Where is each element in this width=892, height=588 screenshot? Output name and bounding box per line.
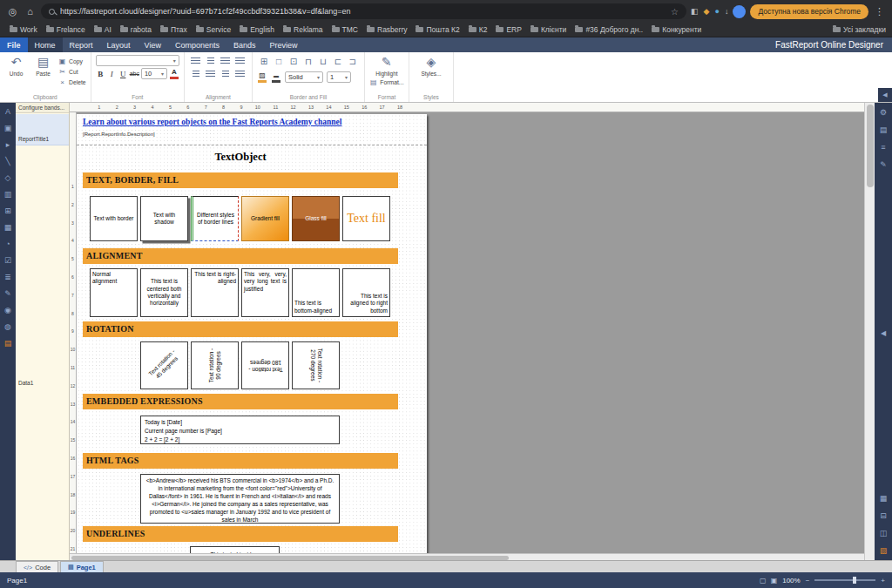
menu-report[interactable]: Report bbox=[63, 37, 100, 52]
pages-icon[interactable]: ◫ bbox=[880, 529, 888, 537]
align-right-button[interactable] bbox=[219, 55, 233, 67]
bookmark-star-icon[interactable]: ☆ bbox=[671, 7, 679, 17]
right-bottom-aligned-object[interactable]: This text is aligned to right bottom bbox=[342, 268, 390, 317]
home-icon[interactable]: ⌂ bbox=[24, 6, 37, 17]
menu-home[interactable]: Home bbox=[28, 37, 63, 52]
zoom-out-button[interactable]: − bbox=[806, 577, 810, 585]
strikethrough-button[interactable]: abc bbox=[130, 68, 139, 79]
signature-icon[interactable]: ✎ bbox=[4, 289, 11, 298]
bookmark-item[interactable]: К2 bbox=[465, 25, 491, 34]
expand-toolbox-icon[interactable]: ▸ bbox=[6, 140, 10, 149]
normal-alignment-object[interactable]: Normal alignment bbox=[90, 268, 138, 317]
section-banner-rotation[interactable]: ROTATION bbox=[83, 321, 398, 337]
bookmark-item[interactable]: Клієнти bbox=[527, 25, 570, 34]
horizontal-scroll-thumb[interactable] bbox=[71, 556, 509, 560]
menu-components[interactable]: Components bbox=[168, 37, 226, 52]
align-justify-button[interactable] bbox=[233, 55, 247, 67]
rotation-180-object[interactable]: Text rotation - 180 degrees bbox=[241, 341, 289, 389]
line-color-button[interactable]: ▬ bbox=[271, 72, 281, 83]
extension-icon-3[interactable]: ● bbox=[714, 5, 719, 17]
gradient-fill-object[interactable]: Gradient fill bbox=[241, 196, 289, 241]
menu-layout[interactable]: Layout bbox=[100, 37, 138, 52]
all-borders-icon[interactable]: ⊞ bbox=[257, 55, 271, 68]
bookmark-item[interactable]: Пошта К2 bbox=[412, 25, 463, 34]
bookmark-item[interactable]: #36 Доброго дн.. bbox=[571, 25, 646, 34]
line-style-select[interactable]: Solid▾ bbox=[285, 71, 323, 83]
extension-icon-2[interactable]: ◆ bbox=[704, 5, 710, 17]
right-border-icon[interactable]: ⊐ bbox=[346, 55, 360, 68]
section-banner-underlines[interactable]: UNDERLINES bbox=[83, 526, 398, 542]
dictionary-icon[interactable]: ▤ bbox=[880, 125, 888, 134]
section-banner-text-border-fill[interactable]: TEXT, BORDER, FILL bbox=[83, 172, 398, 188]
undo-button[interactable]: ↶ Undo bbox=[4, 55, 28, 77]
fill-color-button[interactable]: ▨ bbox=[257, 72, 267, 83]
messages-icon[interactable]: ▧ bbox=[880, 546, 888, 555]
address-bar[interactable]: https://fastreport.cloud/designer/?uuid=… bbox=[41, 3, 686, 19]
bookmark-item[interactable]: Конкуренти bbox=[648, 25, 705, 34]
gauge-icon[interactable]: ◉ bbox=[4, 306, 11, 314]
styles-button[interactable]: ◈ Styles... bbox=[416, 55, 447, 77]
text-with-shadow-object[interactable]: Text with shadow bbox=[140, 196, 188, 241]
table-icon[interactable]: ⊞ bbox=[4, 206, 11, 215]
profile-avatar[interactable] bbox=[733, 5, 746, 18]
font-family-select[interactable]: ▾ bbox=[96, 55, 179, 66]
band-label-data[interactable]: Data1 bbox=[18, 380, 33, 386]
bookmark-item[interactable]: AI bbox=[91, 25, 115, 34]
bookmark-item[interactable]: Work bbox=[6, 25, 41, 34]
bottom-aligned-object[interactable]: This text is bottom-aligned bbox=[292, 268, 340, 317]
report-page[interactable]: Learn about various report objects on th… bbox=[77, 114, 427, 553]
subreport-icon[interactable]: ▤ bbox=[4, 339, 12, 348]
menu-view[interactable]: View bbox=[138, 37, 168, 52]
zoom-in-button[interactable]: + bbox=[881, 577, 885, 585]
html-tags-object[interactable]: <b>Andrew</b> received his BTS commercia… bbox=[140, 474, 340, 524]
line-width-select[interactable]: 1▾ bbox=[327, 71, 351, 83]
tab-search-icon[interactable]: ◎ bbox=[6, 6, 19, 17]
description-expression-object[interactable]: [Report.ReportInfo.Description] bbox=[83, 132, 421, 137]
centered-text-object[interactable]: This text is centered both vertically an… bbox=[140, 268, 188, 317]
browser-menu-icon[interactable]: ⋮ bbox=[873, 6, 886, 17]
font-size-select[interactable]: 10▾ bbox=[141, 68, 167, 79]
text-object-icon[interactable]: A bbox=[5, 107, 10, 116]
valign-top-button[interactable] bbox=[189, 68, 203, 80]
outer-border-icon[interactable]: ⊡ bbox=[287, 55, 301, 68]
format-button[interactable]: ▤Format... bbox=[369, 78, 403, 86]
underline-button[interactable]: U bbox=[118, 68, 128, 79]
data-sources-icon[interactable]: ⊟ bbox=[880, 511, 887, 520]
delete-button[interactable]: ×Delete bbox=[58, 78, 86, 86]
top-border-icon[interactable]: ⊓ bbox=[301, 55, 315, 68]
properties-icon[interactable]: ⚙ bbox=[880, 108, 887, 117]
chart-icon[interactable]: ◔ bbox=[5, 240, 10, 248]
vertical-scrollbar[interactable] bbox=[864, 103, 875, 560]
academy-link-object[interactable]: Learn about various report objects on th… bbox=[83, 118, 421, 126]
events-icon[interactable]: ✎ bbox=[880, 160, 887, 169]
bookmark-item[interactable]: Frelance bbox=[43, 25, 89, 34]
checkbox-icon[interactable]: ☑ bbox=[4, 256, 11, 265]
right-aligned-object[interactable]: This text is right-aligned bbox=[191, 268, 239, 317]
menu-file[interactable]: File bbox=[0, 37, 28, 52]
copy-button[interactable]: ▣Copy bbox=[58, 57, 86, 65]
align-center-button[interactable] bbox=[204, 55, 218, 67]
rotation-45-object[interactable]: Text rotation - 45 degrees bbox=[140, 341, 188, 389]
valign-center-button[interactable] bbox=[204, 68, 218, 80]
bookmark-item[interactable]: Птах bbox=[157, 25, 191, 34]
collapse-panel-icon[interactable]: ◀ bbox=[875, 329, 892, 337]
bold-button[interactable]: B bbox=[96, 68, 105, 79]
report-tree-icon[interactable]: ≡ bbox=[881, 143, 885, 152]
shape-icon[interactable]: ◇ bbox=[5, 173, 11, 182]
band-label-reporttitle[interactable]: ReportTitle1 bbox=[18, 136, 49, 142]
line-icon[interactable]: ╲ bbox=[5, 157, 10, 166]
chrome-update-button[interactable]: Доступна нова версія Chrome bbox=[750, 4, 868, 19]
justified-text-object[interactable]: This very, very, very long text is justi… bbox=[241, 268, 289, 317]
text-with-border-object[interactable]: Text with border bbox=[90, 196, 138, 241]
cut-button[interactable]: ✂Cut bbox=[58, 68, 86, 76]
rotate-text-button[interactable] bbox=[233, 68, 247, 80]
bookmark-item[interactable]: ERP bbox=[492, 25, 524, 34]
valign-bottom-button[interactable] bbox=[219, 68, 233, 80]
single-page-view-icon[interactable]: ▢ bbox=[760, 577, 767, 585]
picture-icon[interactable]: ▣ bbox=[4, 124, 12, 132]
barcode-icon[interactable]: ▥ bbox=[4, 190, 12, 199]
border-styles-object[interactable]: Different styles of border lines bbox=[191, 196, 239, 241]
left-border-icon[interactable]: ⊏ bbox=[331, 55, 345, 68]
tab-page1[interactable]: ▤ Page1 bbox=[60, 561, 104, 572]
download-icon[interactable]: ↓ bbox=[725, 5, 729, 17]
